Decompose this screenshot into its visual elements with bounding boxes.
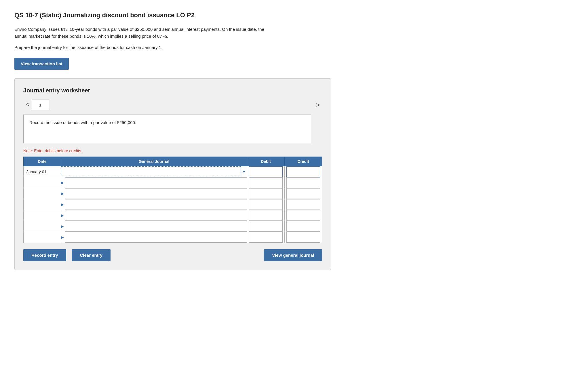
- journal-input-2[interactable]: [65, 177, 247, 188]
- date-cell-4: [24, 199, 61, 210]
- journal-input-7[interactable]: [65, 232, 247, 243]
- instruction-text: Record the issue of bonds with a par val…: [29, 120, 136, 125]
- credit-cell-7[interactable]: [285, 232, 322, 243]
- col-header-date: Date: [24, 157, 61, 166]
- table-row: January 01 ▼: [24, 166, 322, 177]
- col-header-debit: Debit: [247, 157, 285, 166]
- credit-cell-2[interactable]: [285, 177, 322, 188]
- row-arrow-4: ▶: [61, 202, 65, 207]
- tab-number-box: 1: [32, 100, 49, 110]
- row-arrow-6: ▶: [61, 224, 65, 229]
- credit-cell-4[interactable]: [285, 199, 322, 210]
- clear-entry-button[interactable]: Clear entry: [72, 249, 111, 261]
- description: Enviro Company issues 8%, 10-year bonds …: [14, 26, 331, 40]
- debit-cell-3[interactable]: [247, 188, 285, 199]
- credit-input-3[interactable]: [286, 188, 320, 199]
- row-arrow-2: ▶: [61, 180, 65, 185]
- date-cell-7: [24, 232, 61, 243]
- credit-cell-3[interactable]: [285, 188, 322, 199]
- debit-cell-6[interactable]: [247, 221, 285, 232]
- table-row: ▶: [24, 210, 322, 221]
- prev-tab-button[interactable]: <: [23, 100, 32, 109]
- date-cell-2: [24, 177, 61, 188]
- debit-cell-2[interactable]: [247, 177, 285, 188]
- view-general-journal-button[interactable]: View general journal: [264, 249, 322, 261]
- row-arrow-5: ▶: [61, 213, 65, 218]
- view-transaction-list-button[interactable]: View transaction list: [14, 58, 69, 70]
- credit-input-5[interactable]: [286, 210, 320, 221]
- journal-input-4[interactable]: [65, 199, 247, 210]
- table-row: ▶: [24, 232, 322, 243]
- instruction-box: Record the issue of bonds with a par val…: [23, 115, 311, 143]
- journal-cell-1[interactable]: ▼: [61, 166, 247, 177]
- credit-input-1[interactable]: [286, 166, 320, 177]
- note-text: Note: Enter debits before credits.: [23, 149, 322, 153]
- credit-cell-5[interactable]: [285, 210, 322, 221]
- table-row: ▶: [24, 221, 322, 232]
- journal-cell-7[interactable]: ▶: [61, 232, 247, 243]
- debit-cell-1[interactable]: [247, 166, 285, 177]
- table-row: ▶: [24, 188, 322, 199]
- date-cell-6: [24, 221, 61, 232]
- debit-input-6[interactable]: [249, 221, 283, 232]
- worksheet-container: Journal entry worksheet < 1 > Record the…: [14, 78, 331, 270]
- debit-input-1[interactable]: [249, 166, 283, 177]
- page-title: QS 10-7 (Static) Journalizing discount b…: [14, 12, 547, 19]
- date-cell-3: [24, 188, 61, 199]
- next-tab-button[interactable]: >: [314, 101, 322, 109]
- journal-cell-6[interactable]: ▶: [61, 221, 247, 232]
- debit-cell-7[interactable]: [247, 232, 285, 243]
- credit-cell-6[interactable]: [285, 221, 322, 232]
- credit-cell-1[interactable]: [285, 166, 322, 177]
- debit-input-7[interactable]: [249, 232, 283, 243]
- credit-input-2[interactable]: [286, 177, 320, 188]
- col-header-credit: Credit: [285, 157, 322, 166]
- journal-cell-4[interactable]: ▶: [61, 199, 247, 210]
- date-cell-5: [24, 210, 61, 221]
- credit-input-4[interactable]: [286, 199, 320, 210]
- date-cell-1: January 01: [24, 166, 61, 177]
- credit-input-6[interactable]: [286, 221, 320, 232]
- debit-input-4[interactable]: [249, 199, 283, 210]
- journal-table: Date General Journal Debit Credit Januar…: [23, 157, 322, 243]
- record-entry-button[interactable]: Record entry: [23, 249, 66, 261]
- debit-cell-5[interactable]: [247, 210, 285, 221]
- row-arrow-3: ▶: [61, 191, 65, 196]
- debit-input-2[interactable]: [249, 177, 283, 188]
- journal-cell-2[interactable]: ▶: [61, 177, 247, 188]
- prepare-text: Prepare the journal entry for the issuan…: [14, 45, 547, 50]
- journal-cell-3[interactable]: ▶: [61, 188, 247, 199]
- button-row: Record entry Clear entry View general jo…: [23, 249, 322, 261]
- table-row: ▶: [24, 177, 322, 188]
- journal-input-3[interactable]: [65, 188, 247, 199]
- debit-input-5[interactable]: [249, 210, 283, 221]
- nav-row: < 1 >: [23, 100, 322, 110]
- col-header-journal: General Journal: [61, 157, 247, 166]
- journal-input-5[interactable]: [65, 210, 247, 221]
- row-arrow-7: ▶: [61, 235, 65, 239]
- journal-input-6[interactable]: [65, 221, 247, 232]
- journal-input-1[interactable]: [61, 166, 241, 177]
- journal-cell-5[interactable]: ▶: [61, 210, 247, 221]
- debit-input-3[interactable]: [249, 188, 283, 199]
- worksheet-title: Journal entry worksheet: [23, 87, 322, 94]
- credit-input-7[interactable]: [286, 232, 320, 243]
- table-row: ▶: [24, 199, 322, 210]
- dropdown-arrow-1[interactable]: ▼: [241, 170, 247, 174]
- debit-cell-4[interactable]: [247, 199, 285, 210]
